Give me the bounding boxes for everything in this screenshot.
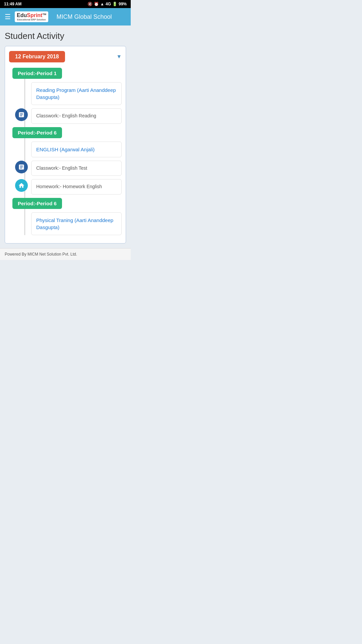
date-badge[interactable]: 12 February 2018 [9,51,65,62]
period-6b-subject-card[interactable]: Physical Traning (Aarti Ananddeep Dasgup… [31,212,122,235]
app-bar-title: MICM Global School [52,13,116,20]
logo-sprint: Sprint [27,12,42,18]
homework-icon-1 [15,179,28,192]
page-content: Student Activity 12 February 2018 ▼ Peri… [0,25,131,244]
period-6a-homework-text: Homework:- Homework English [36,184,102,189]
period-6a-homework-item: Homework:- Homework English [12,179,122,195]
period-1-subject-link[interactable]: Reading Program (Aarti Ananddeep Dasgupt… [36,87,116,100]
mute-icon: 🔇 [87,2,93,6]
date-row: 12 February 2018 ▼ [9,51,122,62]
period-6a-classwork-item: Classwork:- English Test [12,161,122,176]
period-6b-subject-link[interactable]: Physical Traning (Aarti Ananddeep Dasgup… [36,217,113,230]
period-6a-label: Period:-Period 6 [12,127,62,138]
period-1-section: Period:-Period 1 Reading Program (Aarti … [12,68,122,124]
menu-button[interactable]: ☰ [5,13,11,20]
signal-icon: ▲ [100,2,104,6]
period-6a-subject-card[interactable]: ENGLISH (Agarwal Anjali) [31,142,122,157]
period-1-classwork-item: Classwork:- English Reading [12,108,122,124]
period-6a-classwork-card: Classwork:- English Test [31,161,122,176]
logo-subtitle: Educational ERP Solution [17,18,46,21]
status-icons: 🔇 ⏰ ▲ 4G 🔋 99% [87,2,127,6]
period-6b-subject-row: Physical Traning (Aarti Ananddeep Dasgup… [31,212,122,235]
activity-card: 12 February 2018 ▼ Period:-Period 1 Read… [5,46,126,244]
logo-tm: TM [42,13,46,16]
alarm-icon: ⏰ [94,2,99,6]
period-6a-section: Period:-Period 6 ENGLISH (Agarwal Anjali… [12,127,122,195]
classwork-icon-2 [15,161,28,173]
timeline: Period:-Period 1 Reading Program (Aarti … [9,68,122,235]
period-6a-homework-card: Homework:- Homework English [31,179,122,195]
logo: EduSprintTM Educational ERP Solution [15,11,48,22]
period-1-classwork-text: Classwork:- English Reading [36,113,96,118]
period-1-label: Period:-Period 1 [12,68,62,79]
footer: Powered By MICM Net Solution Pvt. Ltd. [0,248,131,260]
status-bar: 11:49 AM 🔇 ⏰ ▲ 4G 🔋 99% [0,0,131,8]
timeline-line [24,68,25,235]
logo-edu: Edu [17,12,27,18]
app-bar: ☰ EduSprintTM Educational ERP Solution M… [0,8,131,25]
period-1-subject-row: Reading Program (Aarti Ananddeep Dasgupt… [31,82,122,105]
footer-text: Powered By MICM Net Solution Pvt. Ltd. [5,252,77,257]
period-6b-section: Period:-Period 6 Physical Traning (Aarti… [12,198,122,235]
period-6a-subject-link[interactable]: ENGLISH (Agarwal Anjali) [36,147,95,152]
period-1-subject-card[interactable]: Reading Program (Aarti Ananddeep Dasgupt… [31,82,122,105]
dropdown-arrow[interactable]: ▼ [116,54,122,60]
period-1-classwork-card: Classwork:- English Reading [31,108,122,124]
status-time: 11:49 AM [4,2,21,6]
classwork-icon-1 [15,108,28,121]
network-label: 4G [106,2,111,6]
battery-level: 99% [119,2,127,6]
period-6a-classwork-text: Classwork:- English Test [36,165,87,171]
period-6a-subject-row: ENGLISH (Agarwal Anjali) [31,142,122,157]
battery-icon: 🔋 [112,2,117,6]
period-6b-label: Period:-Period 6 [12,198,62,209]
page-title: Student Activity [5,31,126,41]
